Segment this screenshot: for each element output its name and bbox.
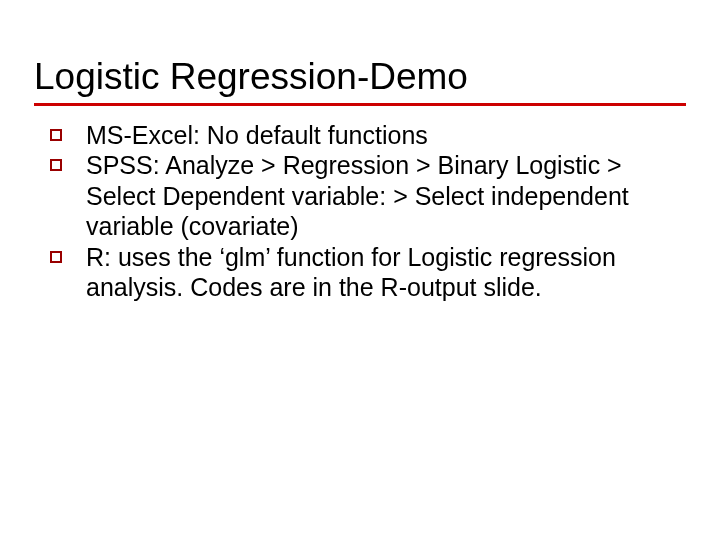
bullet-text: MS-Excel: No default functions	[86, 120, 428, 151]
bullet-text: R: uses the ‘glm’ function for Logistic …	[86, 242, 686, 303]
square-bullet-icon	[50, 251, 62, 263]
slide-body: MS-Excel: No default functions SPSS: Ana…	[34, 120, 686, 303]
list-item: MS-Excel: No default functions	[36, 120, 686, 151]
bullet-text: SPSS: Analyze > Regression > Binary Logi…	[86, 150, 686, 242]
title-underline	[34, 103, 686, 106]
list-item: SPSS: Analyze > Regression > Binary Logi…	[36, 150, 686, 242]
list-item: R: uses the ‘glm’ function for Logistic …	[36, 242, 686, 303]
square-bullet-icon	[50, 129, 62, 141]
square-bullet-icon	[50, 159, 62, 171]
slide: Logistic Regression-Demo MS-Excel: No de…	[0, 0, 720, 540]
slide-title: Logistic Regression-Demo	[34, 56, 686, 99]
